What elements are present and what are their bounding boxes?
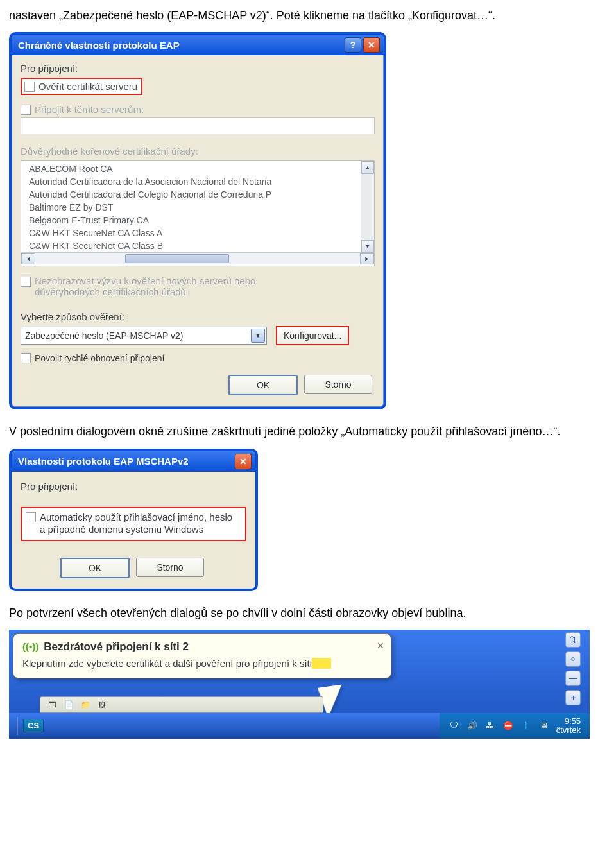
tray-shield-icon[interactable]: 🛡 — [449, 720, 460, 732]
scroll-up-button[interactable]: ▲ — [361, 161, 374, 174]
auth-method-dropdown[interactable]: Zabezpečené heslo (EAP-MSCHAP v2) ▼ — [21, 327, 267, 345]
balloon-title: Bezdrátové připojení k síti 2 — [44, 641, 189, 653]
titlebar[interactable]: Vlastnosti protokolu EAP MSCHAPv2 ✕ — [12, 451, 255, 472]
cert-name: C&W HKT SecureNet CA Class B — [29, 241, 163, 251]
tray-network-icon[interactable]: 🖧 — [484, 720, 496, 732]
configure-button[interactable]: Konfigurovat... — [276, 326, 349, 345]
ok-button[interactable]: OK — [60, 558, 130, 578]
horizontal-scrollbar[interactable]: ◄ ► — [21, 252, 374, 264]
mschapv2-properties-dialog: Vlastnosti protokolu EAP MSCHAPv2 ✕ Pro … — [9, 449, 258, 591]
doc-paragraph-3: Po potvrzení všech otevřených dialogů se… — [9, 605, 607, 621]
auth-method-value: Zabezpečené heslo (EAP-MSCHAP v2) — [25, 331, 183, 341]
scroll-thumb[interactable] — [125, 254, 229, 263]
titlebar[interactable]: Chráněné vlastnosti protokolu EAP ? ✕ — [12, 35, 384, 55]
dash-icon[interactable]: — — [565, 671, 581, 686]
cert-name: Belgacom E-Trust Primary CA — [29, 215, 149, 225]
scroll-down-button[interactable]: ▼ — [361, 240, 374, 253]
scroll-track[interactable] — [35, 253, 360, 264]
document-icon: 📄 — [64, 700, 74, 710]
tray-monitor-icon[interactable]: 🖥 — [538, 720, 550, 732]
connect-servers-checkbox: Připojit k těmto serverům: — [21, 104, 375, 115]
window-icon: 🗔 — [47, 700, 57, 710]
checkbox-icon — [21, 277, 31, 287]
fast-reconnect-checkbox[interactable]: Povolit rychlé obnovení připojení — [21, 353, 375, 363]
scroll-left-button[interactable]: ◄ — [21, 253, 35, 264]
clock-time: 9:55 — [556, 717, 581, 726]
tray-bluetooth-icon[interactable]: ᛒ — [520, 720, 532, 732]
checkbox-icon — [26, 512, 36, 522]
tray-warning-icon[interactable]: ⛔ — [502, 720, 514, 732]
cert-row[interactable]: Autoridad Certificadora del Colegio Naci… — [21, 188, 374, 201]
clock-day: čtvrtek — [556, 726, 581, 735]
language-indicator[interactable]: CS — [23, 719, 44, 732]
cert-row[interactable]: C&W HKT SecureNet CA Class A — [21, 227, 374, 239]
cancel-button[interactable]: Storno — [304, 375, 372, 394]
dialog-title: Chráněné vlastnosti protokolu EAP — [15, 40, 343, 51]
taskbar[interactable]: CS 🛡 🔊 🖧 ⛔ ᛒ 🖥 9:55 čtvrtek — [9, 713, 590, 739]
ok-button[interactable]: OK — [228, 375, 298, 395]
vertical-scrollbar[interactable]: ▲ ▼ — [361, 161, 374, 253]
select-auth-label: Vyberte způsob ověření: — [21, 311, 375, 322]
cert-row[interactable]: ABA.ECOM Root CA — [21, 162, 374, 175]
fast-reconnect-label: Povolit rychlé obnovení připojení — [35, 353, 164, 363]
doc-paragraph-1: nastaven „Zabezpečené heslo (EAP-MSCHAP … — [9, 8, 607, 23]
doc-paragraph-2: V posledním dialogovém okně zrušíme zašk… — [9, 424, 607, 439]
checkbox-icon — [21, 353, 31, 363]
close-button[interactable]: ✕ — [235, 454, 252, 469]
trusted-root-ca-list[interactable]: ABA.ECOM Root CA Autoridad Certificadora… — [21, 160, 375, 266]
image-icon: 🖼 — [97, 700, 107, 710]
system-tray[interactable]: 🛡 🔊 🖧 ⛔ ᛒ 🖥 9:55 čtvrtek — [440, 713, 590, 739]
connect-servers-input — [21, 117, 375, 134]
auto-use-credentials-checkbox[interactable]: Automaticky použít přihlašovací jméno, h… — [21, 507, 246, 541]
desk-side-icons: ⇅ ○ — ＋ — [560, 632, 586, 705]
auto-use-label: Automaticky použít přihlašovací jméno, h… — [40, 511, 240, 536]
checkbox-icon — [21, 105, 31, 115]
cert-row[interactable]: Autoridad Certificadora de la Asociacion… — [21, 175, 374, 188]
dialog-title: Vlastnosti protokolu EAP MSCHAPv2 — [15, 456, 233, 467]
label-for-connection: Pro připojení: — [21, 481, 246, 492]
cert-name: ABA.ECOM Root CA — [29, 164, 113, 174]
arrow-up-down-icon[interactable]: ⇅ — [565, 632, 581, 648]
help-button[interactable]: ? — [345, 37, 361, 53]
no-prompt-label: Nezobrazovat výzvu k ověření nových serv… — [35, 275, 311, 297]
connect-servers-label: Připojit k těmto serverům: — [35, 104, 144, 115]
cert-name: C&W HKT SecureNet CA Class A — [29, 228, 162, 238]
label-for-connection: Pro připojení: — [21, 63, 375, 74]
notification-balloon[interactable]: ((•)) Bezdrátové připojení k síti 2 ✕ Kl… — [13, 633, 391, 678]
balloon-highlight — [312, 658, 331, 669]
close-button[interactable]: ✕ — [363, 37, 380, 53]
cert-row[interactable]: Baltimore EZ by DST — [21, 201, 374, 214]
trusted-roots-label: Důvěryhodné kořenové certifikační úřady: — [21, 146, 375, 157]
taskbar-area: ((•)) Bezdrátové připojení k síti 2 ✕ Kl… — [9, 630, 590, 739]
eap-properties-dialog: Chráněné vlastnosti protokolu EAP ? ✕ Pr… — [9, 32, 386, 409]
taskbar-divider — [17, 717, 18, 735]
verify-cert-label: Ověřit certifikát serveru — [38, 81, 137, 92]
no-prompt-checkbox: Nezobrazovat výzvu k ověření nových serv… — [21, 275, 375, 297]
cancel-button[interactable]: Storno — [136, 558, 204, 577]
verify-cert-checkbox[interactable]: Ověřit certifikát serveru — [21, 78, 142, 95]
tray-volume-icon[interactable]: 🔊 — [466, 720, 478, 732]
dropdown-arrow-icon[interactable]: ▼ — [251, 329, 265, 343]
balloon-body: Klepnutím zde vyberete certifikát a dalš… — [22, 657, 382, 670]
circle-icon[interactable]: ○ — [565, 651, 581, 667]
cert-name: Autoridad Certificadora de la Asociacion… — [29, 177, 271, 187]
cert-name: Autoridad Certificadora del Colegio Naci… — [29, 189, 271, 200]
balloon-text: Klepnutím zde vyberete certifikát a dalš… — [22, 658, 312, 669]
scroll-right-button[interactable]: ► — [360, 253, 374, 264]
cert-row[interactable]: C&W HKT SecureNet CA Class B — [21, 239, 374, 252]
cert-name: Baltimore EZ by DST — [29, 202, 113, 212]
cert-row[interactable]: Belgacom E-Trust Primary CA — [21, 214, 374, 227]
checkbox-icon — [24, 82, 35, 92]
plus-icon[interactable]: ＋ — [565, 690, 581, 705]
balloon-close-icon[interactable]: ✕ — [377, 641, 384, 651]
minimized-window-preview[interactable]: 🗔 📄 📁 🖼 — [40, 696, 323, 713]
taskbar-clock[interactable]: 9:55 čtvrtek — [556, 717, 581, 736]
wireless-icon: ((•)) — [22, 641, 38, 652]
folder-icon: 📁 — [80, 700, 90, 710]
